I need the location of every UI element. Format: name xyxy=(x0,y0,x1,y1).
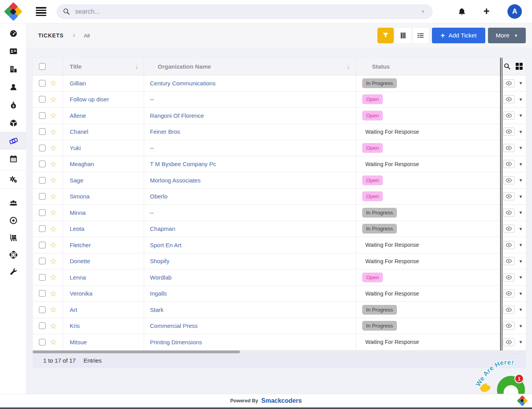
sidebar-item-products[interactable] xyxy=(0,114,26,132)
sidebar-item-deals[interactable]: $ xyxy=(0,96,26,114)
star-icon[interactable]: ☆ xyxy=(50,273,57,281)
sidebar-item-contacts[interactable] xyxy=(0,78,26,96)
organization-link[interactable]: Shopify xyxy=(150,258,169,264)
horizontal-scrollbar-thumb[interactable] xyxy=(33,351,240,353)
row-checkbox[interactable] xyxy=(39,161,46,167)
sort-arrow-icon[interactable]: ↓ xyxy=(136,63,139,70)
star-icon[interactable]: ☆ xyxy=(50,322,57,330)
row-actions-caret-icon[interactable]: ▼ xyxy=(519,194,523,199)
chat-widget[interactable]: We Are Here! 1 xyxy=(475,354,530,394)
row-actions-caret-icon[interactable]: ▼ xyxy=(519,227,523,231)
ticket-title-link[interactable]: Leota xyxy=(70,225,85,232)
row-actions-caret-icon[interactable]: ▼ xyxy=(519,307,523,312)
row-actions-caret-icon[interactable]: ▼ xyxy=(519,210,523,215)
sort-arrow-icon[interactable]: ↓ xyxy=(347,63,350,70)
ticket-title-link[interactable]: Sage xyxy=(70,177,83,184)
row-actions-caret-icon[interactable]: ▼ xyxy=(519,291,523,296)
row-checkbox[interactable] xyxy=(39,322,46,329)
eye-icon[interactable] xyxy=(503,257,514,265)
sidebar-item-settings[interactable] xyxy=(0,170,26,188)
eye-icon[interactable] xyxy=(503,241,514,249)
sidebar-item-inventory[interactable] xyxy=(0,229,26,246)
ticket-title-link[interactable]: Simona xyxy=(70,193,90,200)
breadcrumb-view[interactable]: All xyxy=(84,33,90,39)
sidebar-item-organizations[interactable] xyxy=(0,60,26,78)
row-checkbox[interactable] xyxy=(39,274,46,281)
sidebar-item-support[interactable] xyxy=(0,246,26,263)
brand-link[interactable]: Smackcoders xyxy=(261,397,302,404)
star-icon[interactable]: ☆ xyxy=(50,128,57,136)
star-icon[interactable]: ☆ xyxy=(50,96,57,103)
ticket-title-link[interactable]: Lenna xyxy=(70,274,86,281)
row-actions-caret-icon[interactable]: ▼ xyxy=(519,81,523,85)
eye-icon[interactable] xyxy=(503,160,514,168)
row-actions-caret-icon[interactable]: ▼ xyxy=(519,178,523,182)
sidebar-item-dashboard[interactable] xyxy=(0,24,26,42)
sidebar-item-teams[interactable] xyxy=(0,195,26,212)
eye-icon[interactable] xyxy=(503,306,514,314)
column-search-icon[interactable] xyxy=(504,63,511,70)
search-input[interactable] xyxy=(75,8,421,15)
eye-icon[interactable] xyxy=(503,209,514,217)
select-all-checkbox[interactable] xyxy=(39,63,46,70)
vertical-scrollbar[interactable] xyxy=(500,58,502,351)
star-icon[interactable]: ☆ xyxy=(50,225,57,233)
organization-link[interactable]: Wordlab xyxy=(150,274,172,281)
star-icon[interactable]: ☆ xyxy=(50,112,57,119)
star-icon[interactable]: ☆ xyxy=(50,79,57,87)
row-actions-caret-icon[interactable]: ▼ xyxy=(519,129,523,134)
star-icon[interactable]: ☆ xyxy=(50,176,57,184)
search-scope-caret-icon[interactable]: ▼ xyxy=(421,9,425,14)
eye-icon[interactable] xyxy=(503,192,514,200)
eye-icon[interactable] xyxy=(503,322,514,330)
column-header-status[interactable]: Status xyxy=(372,63,390,70)
eye-icon[interactable] xyxy=(503,176,514,184)
columns-button[interactable] xyxy=(395,28,411,43)
row-checkbox[interactable] xyxy=(39,339,46,345)
row-actions-caret-icon[interactable]: ▼ xyxy=(519,113,523,118)
column-header-title[interactable]: Title xyxy=(70,63,82,70)
add-ticket-button[interactable]: + Add Ticket xyxy=(432,28,485,43)
organization-link[interactable]: Commercial Press xyxy=(150,322,198,329)
sidebar-item-calendar[interactable] xyxy=(0,150,26,168)
row-checkbox[interactable] xyxy=(39,306,46,313)
star-icon[interactable]: ☆ xyxy=(50,338,57,346)
sidebar-item-tickets[interactable] xyxy=(0,132,26,150)
star-icon[interactable]: ☆ xyxy=(50,193,57,200)
eye-icon[interactable] xyxy=(503,112,514,120)
eye-icon[interactable] xyxy=(503,273,514,282)
row-checkbox[interactable] xyxy=(39,258,46,264)
star-icon[interactable]: ☆ xyxy=(50,306,57,313)
ticket-title-link[interactable]: Fletcher xyxy=(70,242,91,248)
row-actions-caret-icon[interactable]: ▼ xyxy=(519,162,523,166)
star-icon[interactable]: ☆ xyxy=(50,257,57,265)
organization-link[interactable]: Stark xyxy=(150,306,164,313)
ticket-title-link[interactable]: Allene xyxy=(70,112,86,119)
star-icon[interactable]: ☆ xyxy=(50,290,57,297)
organization-link[interactable]: -- xyxy=(150,145,154,151)
row-checkbox[interactable] xyxy=(39,96,46,103)
row-actions-caret-icon[interactable]: ▼ xyxy=(519,243,523,247)
organization-link[interactable]: Chapman xyxy=(150,225,175,232)
row-checkbox[interactable] xyxy=(39,112,46,119)
eye-icon[interactable] xyxy=(503,225,514,233)
ticket-title-link[interactable]: Donette xyxy=(70,258,90,264)
star-icon[interactable]: ☆ xyxy=(50,144,57,152)
row-checkbox[interactable] xyxy=(39,177,46,184)
sidebar-item-targets[interactable] xyxy=(0,212,26,229)
organization-link[interactable]: Ingalls xyxy=(150,290,167,297)
row-actions-caret-icon[interactable]: ▼ xyxy=(519,275,523,280)
organization-link[interactable]: Feiner Bros xyxy=(150,128,180,135)
row-checkbox[interactable] xyxy=(39,80,46,87)
ticket-title-link[interactable]: Art xyxy=(70,306,77,313)
ticket-title-link[interactable]: Meaghan xyxy=(70,161,94,167)
star-icon[interactable]: ☆ xyxy=(50,209,57,216)
organization-link[interactable]: Rangoni Of Florence xyxy=(150,112,204,119)
star-icon[interactable]: ☆ xyxy=(50,241,57,249)
organization-link[interactable]: Printing Dimensions xyxy=(150,339,202,345)
row-actions-caret-icon[interactable]: ▼ xyxy=(519,97,523,102)
row-actions-caret-icon[interactable]: ▼ xyxy=(519,145,523,150)
row-actions-caret-icon[interactable]: ▼ xyxy=(519,324,523,328)
row-checkbox[interactable] xyxy=(39,242,46,248)
ticket-title-link[interactable]: Chanel xyxy=(70,128,88,135)
